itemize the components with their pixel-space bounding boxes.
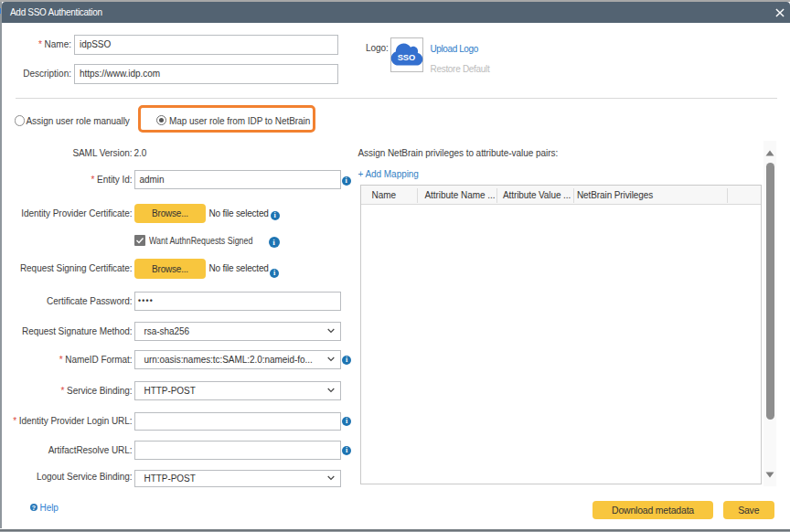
svg-text:SSO: SSO <box>397 53 415 62</box>
